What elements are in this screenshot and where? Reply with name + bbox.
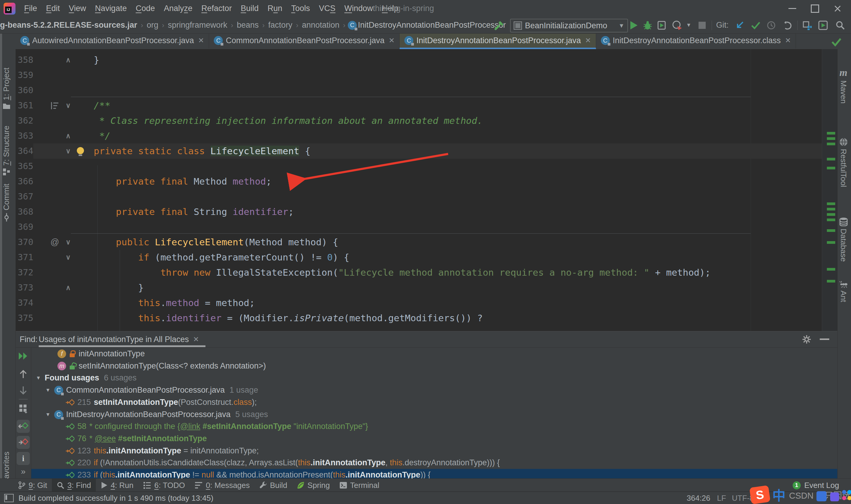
read-access-toggle[interactable] bbox=[17, 420, 30, 433]
menu-navigate[interactable]: Navigate bbox=[91, 4, 131, 13]
info-button[interactable]: i bbox=[17, 452, 30, 465]
next-occurrence-button[interactable] bbox=[16, 386, 31, 395]
hide-panel-button[interactable] bbox=[820, 339, 829, 340]
toolwindow-button-1-project[interactable]: 1: Project bbox=[2, 68, 11, 110]
line-number[interactable]: 364 bbox=[16, 143, 33, 159]
find-result-row[interactable]: ▼CInitDestroyAnnotationBeanPostProcessor… bbox=[31, 409, 838, 421]
line-number[interactable]: 375 bbox=[16, 310, 33, 326]
rerun-search-button[interactable] bbox=[16, 352, 31, 360]
menu-edit[interactable]: Edit bbox=[42, 4, 65, 13]
git-update-button[interactable] bbox=[733, 17, 746, 33]
close-icon[interactable]: ✕ bbox=[198, 36, 204, 44]
find-result-row[interactable]: finitAnnotationType bbox=[31, 348, 838, 360]
find-result-row[interactable]: 220if (!AnnotationUtils.isCandidateClass… bbox=[31, 457, 838, 469]
toolwindow-bar-9-git[interactable]: 9: Git bbox=[13, 479, 52, 492]
git-commit-button[interactable] bbox=[749, 17, 762, 33]
code-editor[interactable]: 358∧ }359360361∨ /**362 * Class represen… bbox=[16, 49, 838, 331]
find-results-tab[interactable]: Usages of initAnnotationType in All Plac… bbox=[39, 331, 199, 347]
toolwindow-bar-terminal[interactable]: Terminal bbox=[335, 479, 384, 492]
editor-tab[interactable]: CCommonAnnotationBeanPostProcessor.java✕ bbox=[209, 33, 400, 49]
run-button[interactable] bbox=[627, 17, 640, 33]
line-number[interactable]: 374 bbox=[16, 295, 33, 310]
group-by-icon[interactable] bbox=[16, 404, 31, 413]
find-result-row[interactable]: 233if (this.initAnnotationType != null &… bbox=[31, 469, 838, 479]
toolwindow-button-commit[interactable]: Commit bbox=[2, 184, 11, 222]
menu-view[interactable]: View bbox=[64, 4, 91, 13]
toolwindow-toggle-icon[interactable] bbox=[4, 494, 14, 502]
chevron-down-icon[interactable]: ▼ bbox=[45, 387, 51, 393]
editor-tab[interactable]: CInitDestroyAnnotationBeanPostProcessor.… bbox=[596, 33, 796, 49]
menu-window[interactable]: Window bbox=[340, 4, 378, 13]
line-number[interactable]: 372 bbox=[16, 265, 33, 280]
find-result-row[interactable]: ▼CCommonAnnotationBeanPostProcessor.java… bbox=[31, 384, 838, 396]
menu-refactor[interactable]: Refactor bbox=[197, 4, 236, 13]
write-access-toggle[interactable] bbox=[17, 436, 30, 449]
line-number[interactable]: 365 bbox=[16, 159, 33, 174]
history-clock-icon[interactable] bbox=[765, 17, 778, 33]
line-number[interactable]: 367 bbox=[16, 189, 33, 204]
line-number[interactable]: 360 bbox=[16, 83, 33, 98]
run-with-coverage-button[interactable] bbox=[655, 17, 668, 33]
breadcrumb-class[interactable]: InitDestroyAnnotationBeanPostProcessor bbox=[357, 20, 507, 30]
search-everywhere-icon[interactable] bbox=[834, 17, 847, 33]
menu-run[interactable]: Run bbox=[263, 4, 287, 13]
menu-vcs[interactable]: VCS bbox=[314, 4, 340, 13]
toolwindow-bar-spring[interactable]: Spring bbox=[292, 479, 335, 492]
find-result-row[interactable]: 215setInitAnnotationType(PostConstruct.c… bbox=[31, 396, 838, 409]
close-icon[interactable]: ✕ bbox=[785, 36, 791, 44]
line-number[interactable]: 369 bbox=[16, 219, 33, 235]
breadcrumb-item[interactable]: annotation bbox=[301, 20, 341, 30]
caret-position[interactable]: 364:26 bbox=[687, 492, 710, 504]
find-result-row[interactable]: 76* @see #setInitAnnotationType bbox=[31, 433, 838, 445]
line-number[interactable]: 373 bbox=[16, 280, 33, 295]
line-number[interactable]: 371 bbox=[16, 250, 33, 265]
breadcrumb-item[interactable]: beans bbox=[236, 20, 260, 30]
close-icon[interactable]: ✕ bbox=[193, 335, 199, 344]
stop-button[interactable] bbox=[695, 17, 709, 33]
editor-tab[interactable]: CInitDestroyAnnotationBeanPostProcessor.… bbox=[400, 33, 596, 49]
find-result-row[interactable]: 123this.initAnnotationType = initAnnotat… bbox=[31, 445, 838, 457]
maximize-button[interactable] bbox=[811, 4, 819, 13]
file-structure-icon[interactable] bbox=[800, 17, 814, 33]
profiler-button[interactable] bbox=[671, 17, 684, 33]
menu-analyze[interactable]: Analyze bbox=[159, 4, 197, 13]
toolwindow-button-database[interactable]: Database bbox=[839, 217, 848, 262]
rollback-button[interactable] bbox=[781, 17, 794, 33]
close-icon[interactable]: ✕ bbox=[388, 36, 395, 44]
toolwindow-button-restfultool[interactable]: RestfulTool bbox=[839, 138, 848, 187]
menu-file[interactable]: File bbox=[20, 4, 42, 13]
debug-button[interactable] bbox=[641, 17, 654, 33]
toolwindow-button-7-structure[interactable]: 7: Structure bbox=[2, 126, 11, 176]
toolwindow-button-ant[interactable]: Ant bbox=[839, 281, 848, 302]
line-number[interactable]: 359 bbox=[16, 68, 33, 83]
menu-code[interactable]: Code bbox=[131, 4, 160, 13]
build-hammer-icon[interactable] bbox=[493, 17, 506, 33]
breadcrumb-item[interactable]: factory bbox=[267, 20, 294, 30]
gear-icon[interactable] bbox=[802, 335, 811, 344]
line-number[interactable]: 368 bbox=[16, 204, 33, 219]
chevron-down-icon[interactable]: ▼ bbox=[45, 412, 51, 418]
toolwindow-bar-6-todo[interactable]: 6: TODO bbox=[138, 479, 190, 492]
toolwindow-bar-3-find[interactable]: 3: Find bbox=[52, 479, 96, 492]
run-anything-icon[interactable] bbox=[816, 17, 830, 33]
breadcrumb-item[interactable]: springframework bbox=[167, 20, 229, 30]
inspections-ok-icon[interactable] bbox=[831, 37, 841, 47]
editor-tab[interactable]: CAutowiredAnnotationBeanPostProcessor.ja… bbox=[16, 33, 209, 49]
close-button[interactable] bbox=[833, 4, 842, 13]
line-number[interactable]: 358 bbox=[16, 52, 33, 68]
run-configuration-select[interactable]: BeanInitializationDemo ▼ bbox=[510, 19, 628, 33]
menu-tools[interactable]: Tools bbox=[287, 4, 314, 13]
line-number[interactable]: 361 bbox=[16, 98, 33, 113]
line-number[interactable]: 363 bbox=[16, 128, 33, 143]
close-icon[interactable]: ✕ bbox=[585, 36, 591, 44]
toolwindow-button-maven[interactable]: mMaven bbox=[839, 68, 848, 104]
chevron-down-icon[interactable]: ▼ bbox=[35, 375, 42, 381]
line-number[interactable]: 370 bbox=[16, 235, 33, 250]
previous-occurrence-button[interactable] bbox=[16, 370, 31, 379]
toolwindow-bar-4-run[interactable]: 4: Run bbox=[96, 479, 139, 492]
toolwindow-bar-build[interactable]: Build bbox=[255, 479, 292, 492]
line-number[interactable]: 362 bbox=[16, 113, 33, 128]
find-result-row[interactable]: ▼Found usages6 usages bbox=[31, 372, 838, 384]
editor-scrollbar[interactable] bbox=[822, 49, 838, 331]
line-separator[interactable]: LF bbox=[717, 492, 726, 504]
